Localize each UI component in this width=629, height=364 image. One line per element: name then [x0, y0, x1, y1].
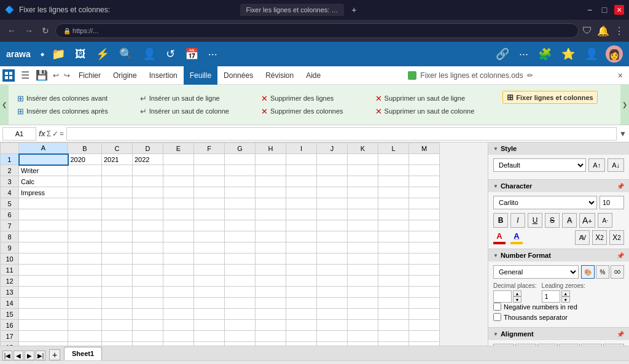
cell-D15[interactable]	[133, 309, 163, 320]
cell-K9[interactable]	[348, 242, 378, 254]
cell-I12[interactable]	[286, 276, 317, 287]
cell-E3[interactable]	[163, 176, 194, 187]
cell-E1[interactable]	[163, 154, 194, 165]
col-header-d[interactable]: D	[133, 143, 163, 154]
cell-M11[interactable]	[409, 265, 440, 276]
cell-D13[interactable]	[133, 287, 163, 298]
cell-E2[interactable]	[163, 165, 194, 176]
cell-reference-input[interactable]	[2, 127, 36, 141]
decimal-up-button[interactable]: ▲	[513, 290, 522, 296]
cell-C18[interactable]	[102, 342, 133, 346]
cell-C6[interactable]	[102, 209, 133, 220]
col-header-k[interactable]: K	[348, 143, 378, 154]
close-button[interactable]: ×	[614, 5, 624, 15]
cell-H6[interactable]	[256, 209, 286, 220]
cell-M5[interactable]	[409, 198, 440, 209]
cell-B15[interactable]	[68, 309, 102, 320]
cell-J6[interactable]	[317, 209, 348, 220]
checkmark-icon[interactable]: ✓	[52, 130, 58, 138]
restore-button[interactable]: □	[600, 5, 609, 15]
cell-I17[interactable]	[286, 331, 317, 342]
cell-H18[interactable]	[256, 342, 286, 346]
cell-M3[interactable]	[409, 176, 440, 187]
cell-J9[interactable]	[317, 242, 348, 254]
row-header-9[interactable]: 9	[1, 242, 19, 254]
cell-G5[interactable]	[225, 198, 256, 209]
cell-D8[interactable]	[133, 231, 163, 242]
cell-K6[interactable]	[348, 209, 378, 220]
cell-B7[interactable]	[68, 220, 102, 231]
cell-M1[interactable]	[409, 154, 440, 165]
cell-L7[interactable]	[378, 220, 409, 231]
row-header-11[interactable]: 11	[1, 265, 19, 276]
highlight-color-button[interactable]: A	[510, 231, 523, 244]
cell-G7[interactable]	[225, 220, 256, 231]
cell-L6[interactable]	[378, 209, 409, 220]
row-header-14[interactable]: 14	[1, 298, 19, 309]
cell-F7[interactable]	[194, 220, 225, 231]
insert-col-break-button[interactable]: ↵ Insérer un saut de colonne	[136, 106, 233, 117]
row-header-6[interactable]: 6	[1, 209, 19, 220]
cell-M2[interactable]	[409, 165, 440, 176]
cell-L16[interactable]	[378, 320, 409, 331]
cell-J5[interactable]	[317, 198, 348, 209]
cell-H9[interactable]	[256, 242, 286, 254]
insert-row-break-button[interactable]: ↵ Insérer un saut de ligne	[136, 93, 233, 104]
cell-D12[interactable]	[133, 276, 163, 287]
cell-L2[interactable]	[378, 165, 409, 176]
cell-I7[interactable]	[286, 220, 317, 231]
cell-K4[interactable]	[348, 187, 378, 198]
row-header-5[interactable]: 5	[1, 198, 19, 209]
cell-J17[interactable]	[317, 331, 348, 342]
cell-C11[interactable]	[102, 265, 133, 276]
cell-J15[interactable]	[317, 309, 348, 320]
insert-cols-before-button[interactable]: ⊞ Insérer des colonnes avant	[14, 93, 112, 104]
cell-A4[interactable]: Impress	[19, 187, 68, 198]
cell-F5[interactable]	[194, 198, 225, 209]
cell-H10[interactable]	[256, 254, 286, 265]
cell-G3[interactable]	[225, 176, 256, 187]
col-header-i[interactable]: I	[286, 143, 317, 154]
cell-L5[interactable]	[378, 198, 409, 209]
cell-E11[interactable]	[163, 265, 194, 276]
row-header-18[interactable]: 18	[1, 342, 19, 346]
cell-I8[interactable]	[286, 231, 317, 242]
image-button[interactable]: 🖼	[72, 45, 88, 63]
cell-M13[interactable]	[409, 287, 440, 298]
cell-F12[interactable]	[194, 276, 225, 287]
cell-E12[interactable]	[163, 276, 194, 287]
font-select[interactable]: Carlito Arial Times New Roman	[493, 196, 597, 209]
cell-L10[interactable]	[378, 254, 409, 265]
menu-revision[interactable]: Révision	[259, 66, 300, 85]
cell-J18[interactable]	[317, 342, 348, 346]
cell-G10[interactable]	[225, 254, 256, 265]
reload-button[interactable]: ↻	[39, 25, 52, 37]
formula-input[interactable]	[66, 127, 617, 141]
menu-origine[interactable]: Origine	[107, 66, 143, 85]
font-size-input[interactable]	[600, 196, 624, 209]
row-header-13[interactable]: 13	[1, 287, 19, 298]
cell-H8[interactable]	[256, 231, 286, 242]
strikethrough-button[interactable]: S	[545, 213, 560, 228]
cell-B14[interactable]	[68, 298, 102, 309]
cell-A14[interactable]	[19, 298, 68, 309]
cell-J12[interactable]	[317, 276, 348, 287]
cell-M15[interactable]	[409, 309, 440, 320]
cell-H14[interactable]	[256, 298, 286, 309]
cell-E8[interactable]	[163, 231, 194, 242]
cell-E15[interactable]	[163, 309, 194, 320]
cell-D17[interactable]	[133, 331, 163, 342]
cell-B2[interactable]	[68, 165, 102, 176]
cell-K17[interactable]	[348, 331, 378, 342]
cell-G4[interactable]	[225, 187, 256, 198]
cell-A9[interactable]	[19, 242, 68, 254]
cell-C3[interactable]	[102, 176, 133, 187]
cell-C2[interactable]	[102, 165, 133, 176]
cell-G9[interactable]	[225, 242, 256, 254]
leading-up-button[interactable]: ▲	[561, 290, 570, 296]
cell-D11[interactable]	[133, 265, 163, 276]
col-header-h[interactable]: H	[256, 143, 286, 154]
delete-rows-button[interactable]: ✕ Supprimer des lignes	[257, 93, 347, 104]
cell-L1[interactable]	[378, 154, 409, 165]
cell-L9[interactable]	[378, 242, 409, 254]
